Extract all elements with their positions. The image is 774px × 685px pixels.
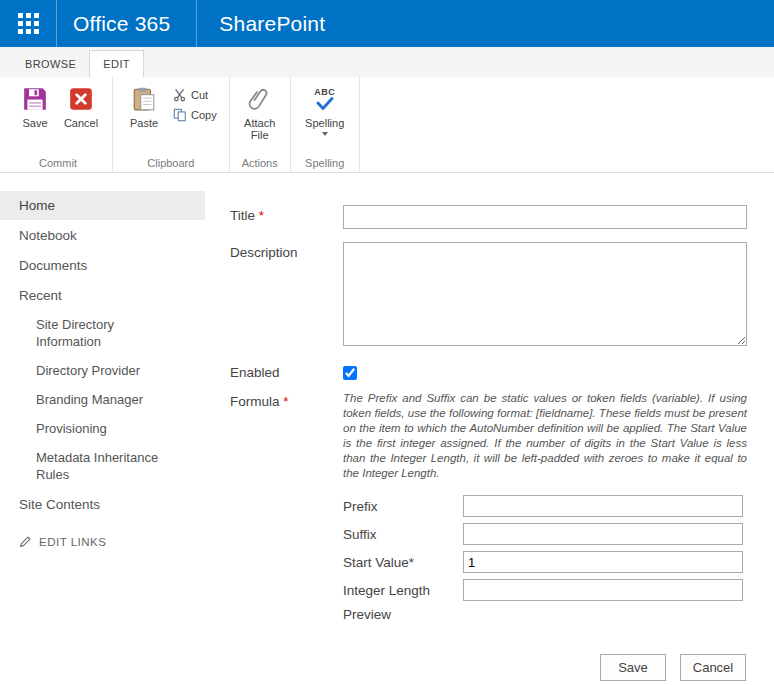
formula-label: Formula *	[230, 391, 343, 628]
cancel-ribbon-button[interactable]: Cancel	[58, 81, 104, 132]
sidebar-item-provisioning[interactable]: Provisioning	[0, 414, 185, 443]
sidebar-item-site-directory-information[interactable]: Site Directory Information	[0, 310, 185, 356]
sidebar-item-notebook[interactable]: Notebook	[0, 221, 205, 250]
save-ribbon-label: Save	[22, 117, 47, 129]
edit-links-label: EDIT LINKS	[39, 536, 106, 548]
scissors-icon	[173, 88, 187, 102]
app-launcher-icon[interactable]	[0, 0, 56, 47]
sharepoint-page: Office 365 SharePoint BROWSE EDIT	[0, 0, 774, 685]
ribbon-body: Save Cancel Commit	[0, 77, 774, 172]
spelling-label: Spelling	[305, 117, 344, 129]
edit-links-button[interactable]: EDIT LINKS	[19, 535, 205, 548]
ribbon-group-actions: Attach File Actions	[230, 77, 291, 172]
integer-length-input[interactable]	[463, 579, 743, 601]
save-button[interactable]: Save	[600, 654, 666, 681]
group-label-clipboard: Clipboard	[113, 157, 229, 169]
enabled-row: Enabled	[230, 362, 747, 383]
description-row: Description	[230, 242, 747, 349]
cut-label: Cut	[191, 89, 208, 101]
group-label-commit: Commit	[4, 157, 112, 169]
title-row: Title *	[230, 205, 747, 229]
sidebar-item-directory-provider[interactable]: Directory Provider	[0, 356, 185, 385]
cancel-button[interactable]: Cancel	[680, 654, 746, 681]
paperclip-icon	[247, 84, 272, 114]
ribbon-group-spelling: ABC Spelling Spelling	[291, 77, 360, 172]
copy-pages-icon	[173, 108, 187, 122]
start-value-row: Start Value*	[343, 551, 747, 573]
ribbon-group-clipboard: Paste Cut	[113, 77, 230, 172]
prefix-input[interactable]	[463, 495, 743, 517]
preview-row: Preview	[343, 607, 747, 622]
spelling-abc-icon: ABC	[314, 84, 335, 114]
copy-label: Copy	[191, 109, 217, 121]
sidebar-item-recent[interactable]: Recent	[0, 281, 205, 310]
suite-bar: Office 365 SharePoint	[0, 0, 774, 47]
cancel-ribbon-label: Cancel	[64, 117, 98, 129]
ribbon: BROWSE EDIT	[0, 47, 774, 173]
clipboard-small-buttons: Cut Copy	[169, 81, 221, 125]
prefix-label: Prefix	[343, 499, 463, 514]
suffix-label: Suffix	[343, 527, 463, 542]
required-asterisk: *	[259, 208, 264, 223]
sidebar-item-documents[interactable]: Documents	[0, 251, 205, 280]
suffix-input[interactable]	[463, 523, 743, 545]
copy-button[interactable]: Copy	[169, 105, 221, 125]
formula-row: Formula * The Prefix and Suffix can be s…	[230, 391, 747, 628]
title-label: Title *	[230, 205, 343, 229]
paste-button[interactable]: Paste	[121, 81, 167, 132]
tab-browse[interactable]: BROWSE	[12, 51, 89, 77]
ribbon-group-commit: Save Cancel Commit	[4, 77, 113, 172]
enabled-label: Enabled	[230, 362, 343, 383]
description-label: Description	[230, 242, 343, 349]
spelling-dropdown-arrow-icon	[322, 132, 328, 136]
suffix-row: Suffix	[343, 523, 747, 545]
sidebar-item-home[interactable]: Home	[0, 191, 205, 220]
title-input[interactable]	[343, 205, 747, 229]
cut-button[interactable]: Cut	[169, 85, 221, 105]
form-buttons: Save Cancel	[230, 654, 747, 681]
required-asterisk: *	[283, 394, 288, 409]
paste-label: Paste	[130, 117, 158, 129]
tab-edit[interactable]: EDIT	[89, 50, 144, 77]
sidebar-item-metadata-inheritance-rules[interactable]: Metadata Inheritance Rules	[0, 443, 185, 489]
start-value-label: Start Value*	[343, 555, 463, 570]
integer-length-label: Integer Length	[343, 583, 463, 598]
left-navigation: Home Notebook Documents Recent Site Dire…	[0, 190, 205, 548]
sharepoint-title[interactable]: SharePoint	[197, 12, 325, 36]
spelling-button[interactable]: ABC Spelling	[299, 81, 351, 139]
waffle-grid-icon	[18, 13, 39, 34]
attach-file-button[interactable]: Attach File	[238, 81, 282, 144]
formula-help-text: The Prefix and Suffix can be static valu…	[343, 391, 747, 481]
sidebar-item-branding-manager[interactable]: Branding Manager	[0, 385, 185, 414]
save-floppy-icon	[22, 84, 48, 114]
group-label-actions: Actions	[230, 157, 290, 169]
pencil-icon	[19, 535, 32, 548]
edit-form: Title * Description Enabled Formula * Th…	[230, 205, 747, 681]
office365-brand[interactable]: Office 365	[57, 12, 196, 36]
sidebar-item-site-contents[interactable]: Site Contents	[0, 490, 205, 519]
ribbon-tab-strip: BROWSE EDIT	[0, 47, 774, 77]
integer-length-row: Integer Length	[343, 579, 747, 601]
paste-clipboard-icon	[131, 84, 157, 114]
attach-file-label: Attach File	[240, 117, 280, 141]
cancel-x-icon	[68, 84, 94, 114]
save-ribbon-button[interactable]: Save	[12, 81, 58, 132]
enabled-checkbox[interactable]	[343, 366, 357, 380]
prefix-row: Prefix	[343, 495, 747, 517]
preview-label: Preview	[343, 607, 463, 622]
description-textarea[interactable]	[343, 242, 747, 346]
group-label-spelling: Spelling	[291, 157, 359, 169]
start-value-input[interactable]	[463, 551, 743, 573]
